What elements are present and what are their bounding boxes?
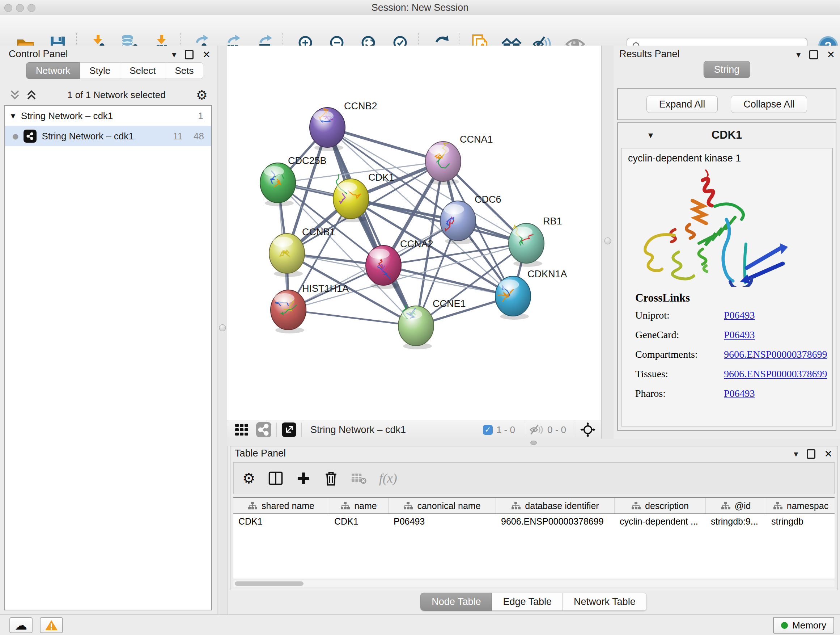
panel-float-icon[interactable] — [807, 449, 815, 459]
column-header[interactable]: description — [615, 498, 706, 513]
tab-string[interactable]: String — [704, 61, 750, 78]
hidden-node-edge-count: 0 - 0 — [547, 424, 566, 435]
fit-content-button[interactable] — [580, 422, 595, 437]
network-row-selected[interactable]: ● String Network – cdk1 11 48 — [5, 126, 211, 146]
show-columns-button[interactable] — [268, 470, 284, 486]
panel-close-icon[interactable]: ✕ — [202, 51, 210, 58]
node-count: 11 — [173, 131, 183, 142]
network-node-HIST1H1A[interactable]: HIST1H1A — [271, 283, 349, 333]
table-panel-title: Table Panel — [235, 448, 286, 459]
network-node-CCNB1[interactable]: CCNB1 — [269, 226, 335, 277]
crosslink-value-link[interactable]: 9606.ENSP00000378699 — [724, 348, 827, 360]
collapse-all-networks-button[interactable] — [9, 89, 20, 100]
network-view-share-button[interactable] — [256, 422, 271, 437]
column-header[interactable]: name — [329, 498, 388, 513]
cytoscape-window: Session: New Session — [0, 0, 840, 635]
tab-sets[interactable]: Sets — [165, 62, 203, 79]
expand-all-button[interactable]: Expand All — [646, 96, 718, 113]
crosslink-value-link[interactable]: P06493 — [724, 329, 755, 340]
horizontal-splitter[interactable] — [227, 439, 840, 446]
network-node-RB1[interactable]: RB1 — [508, 216, 562, 267]
tab-network[interactable]: Network — [26, 62, 80, 79]
table-cell[interactable]: CDK1 — [329, 514, 388, 529]
panel-collapse-icon[interactable]: ▾ — [172, 51, 176, 58]
crosslink-value-link[interactable]: 9606.ENSP00000378699 — [724, 368, 827, 380]
footer-separator — [524, 423, 524, 437]
network-canvas[interactable]: CCNB2CCNA1CDC25BCDK1CDC6RB1CCNB1CCNA2CDK… — [227, 46, 601, 420]
panel-collapse-icon[interactable]: ▾ — [796, 51, 801, 58]
tab-style[interactable]: Style — [80, 62, 120, 79]
tab-node-table[interactable]: Node Table — [420, 593, 492, 611]
title-bar: Session: New Session — [0, 0, 840, 16]
crosslink-value-link[interactable]: P06493 — [724, 310, 755, 321]
column-type-icon — [721, 501, 730, 510]
table-cell[interactable]: 9606.ENSP00000378699 — [496, 514, 615, 529]
memory-button[interactable]: Memory — [773, 617, 834, 633]
hidden-items-button[interactable] — [529, 423, 544, 436]
tab-network-table[interactable]: Network Table — [563, 593, 647, 611]
network-edge[interactable] — [327, 127, 416, 326]
grid-icon — [234, 423, 249, 437]
tab-select[interactable]: Select — [120, 62, 165, 79]
column-type-icon — [511, 501, 521, 510]
show-grid-button[interactable] — [234, 423, 249, 437]
gene-section-header[interactable]: ▾ CDK1 — [618, 123, 836, 147]
column-header[interactable]: database identifier — [496, 498, 615, 513]
network-node-CCNE1[interactable]: CCNE1 — [398, 298, 466, 349]
panel-float-icon[interactable] — [185, 50, 194, 59]
tree-caret-icon[interactable]: ▾ — [5, 111, 21, 121]
birds-eye-view-button[interactable] — [282, 423, 296, 437]
tab-edge-table[interactable]: Edge Table — [492, 593, 563, 611]
cloud-status-button[interactable]: ☁ — [9, 617, 33, 633]
crosslink-row: GeneCard: P06493 — [635, 329, 827, 340]
control-panel-tabs: Network Style Select Sets — [26, 62, 203, 79]
right-splitter-knob[interactable] — [605, 238, 611, 244]
horizontal-splitter-knob[interactable] — [531, 440, 537, 445]
table-row[interactable]: CDK1 CDK1 P06493 9606.ENSP00000378699 cy… — [233, 514, 835, 529]
crosslinks-section: CrossLinks Uniprot: P06493 GeneCard: P06… — [635, 291, 827, 407]
expand-all-networks-button[interactable] — [26, 89, 37, 100]
network-node-CCNB2[interactable]: CCNB2 — [309, 101, 377, 151]
table-cell[interactable]: cyclin-dependent ... — [615, 514, 706, 529]
memory-status-dot-icon — [781, 622, 788, 629]
delete-column-button[interactable] — [324, 470, 339, 486]
add-column-button[interactable] — [296, 470, 311, 486]
table-cell[interactable]: P06493 — [388, 514, 496, 529]
column-header[interactable]: shared name — [233, 498, 329, 513]
column-header[interactable]: namespac — [766, 498, 835, 513]
table-cell[interactable]: CDK1 — [233, 514, 329, 529]
delete-table-button[interactable] — [351, 472, 367, 485]
crosslink-row: Tissues: 9606.ENSP00000378699 — [635, 368, 827, 380]
network-node-CDKN1A[interactable]: CDKN1A — [495, 269, 567, 320]
network-options-gear-icon[interactable]: ⚙ — [196, 88, 208, 103]
warning-icon — [45, 619, 58, 631]
column-header[interactable]: canonical name — [388, 498, 496, 513]
function-builder-icon[interactable]: f(x) — [379, 470, 397, 486]
left-splitter[interactable] — [217, 46, 228, 614]
panel-float-icon[interactable] — [809, 50, 818, 59]
table-settings-gear-icon[interactable]: ⚙ — [242, 470, 256, 486]
crosslink-row: Compartments: 9606.ENSP00000378699 — [635, 348, 827, 360]
protein-structure-image — [632, 167, 791, 287]
left-splitter-knob[interactable] — [219, 325, 226, 331]
network-view-toolbar: String Network – cdk1 ✓ 1 - 0 0 - 0 — [227, 420, 601, 439]
right-splitter[interactable] — [601, 46, 614, 439]
column-header[interactable]: @id — [706, 498, 766, 513]
warnings-button[interactable] — [40, 617, 63, 633]
crosslink-label: GeneCard: — [635, 329, 724, 340]
panel-close-icon[interactable]: ✕ — [827, 51, 835, 58]
panel-close-icon[interactable]: ✕ — [824, 450, 832, 458]
table-cell[interactable]: stringdb:9... — [706, 514, 766, 529]
collapse-all-button[interactable]: Collapse All — [731, 96, 807, 113]
selected-checkbox-icon[interactable]: ✓ — [483, 425, 493, 435]
scrollbar-thumb[interactable] — [235, 581, 303, 586]
crosslink-value-link[interactable]: P06493 — [724, 388, 755, 399]
table-cell[interactable]: stringdb — [766, 514, 835, 529]
network-collection-row[interactable]: ▾ String Network – cdk1 1 — [5, 106, 211, 126]
network-graph[interactable]: CCNB2CCNA1CDC25BCDK1CDC6RB1CCNB1CCNA2CDK… — [227, 46, 601, 420]
network-edge[interactable] — [288, 310, 416, 326]
panel-collapse-icon[interactable]: ▾ — [794, 450, 798, 458]
section-caret-icon[interactable]: ▾ — [648, 130, 653, 141]
table-horizontal-scrollbar[interactable] — [233, 580, 835, 587]
table-panel: Table Panel ▾ ✕ ⚙ f(x) shared na — [230, 446, 838, 590]
